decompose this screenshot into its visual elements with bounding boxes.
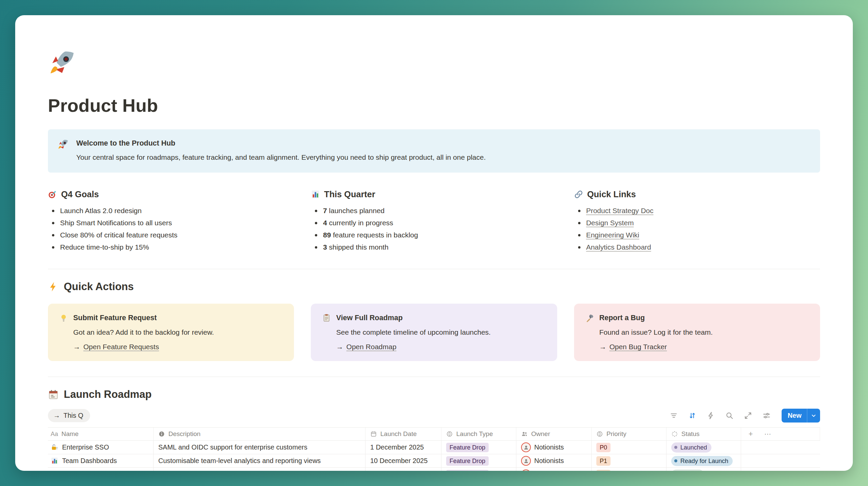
owner-cell[interactable]: Notionists [516, 454, 592, 467]
bullet-dot [52, 246, 54, 249]
add-column-button[interactable]: + [744, 430, 757, 438]
new-button-chevron[interactable] [807, 409, 820, 423]
table-body: Enterprise SSOSAML and OIDC support for … [48, 441, 820, 471]
new-button[interactable]: New [782, 409, 820, 423]
target-icon [48, 190, 57, 199]
database-toolbar: → This Q New [48, 409, 820, 428]
column-title: Quick Links [587, 189, 636, 199]
bullet-dot [315, 234, 317, 236]
card-title: Submit Feature Request [73, 314, 157, 322]
bullet-dot [52, 234, 54, 236]
table-row[interactable]: Enterprise SSOSAML and OIDC support for … [48, 441, 820, 454]
card-link[interactable]: Open Roadmap [346, 343, 396, 351]
card-link[interactable]: Open Bug Tracker [609, 343, 667, 351]
bell-icon [51, 470, 58, 471]
column-header-label: Status [681, 430, 700, 438]
launch-type-cell[interactable]: Feature Drop [441, 441, 516, 454]
bullet-list: Product Strategy DocDesign SystemEnginee… [574, 205, 820, 253]
card-link[interactable]: Open Feature Requests [83, 343, 159, 351]
expand-icon[interactable] [744, 411, 752, 420]
quick-link[interactable]: Analytics Dashboard [586, 243, 651, 251]
column-header-name[interactable]: AaName [48, 428, 154, 440]
status-label: Launched [680, 443, 707, 452]
row-name: Team Dashboards [62, 457, 117, 465]
column-header-label: Description [168, 430, 200, 438]
list-item: 3 shipped this month [311, 241, 557, 253]
priority-cell[interactable]: P1 [592, 454, 667, 467]
priority-cell[interactable]: P0 [592, 441, 667, 454]
list-item: Product Strategy Doc [574, 205, 820, 217]
description-cell[interactable]: Customisable team-level analytics and re… [154, 454, 365, 467]
column-header-label: Launch Type [456, 430, 493, 438]
owner-cell[interactable]: Notionists [516, 468, 592, 471]
callout-title: Welcome to the Product Hub [76, 138, 486, 148]
launch-type-cell[interactable]: Feature Drop [441, 454, 516, 467]
more-options-button[interactable]: ⋯ [760, 431, 776, 437]
action-card-report-a-bug[interactable]: Report a BugFound an issue? Log it for t… [574, 304, 820, 361]
status-label: Ready for Launch [680, 457, 728, 465]
quick-link[interactable]: Design System [586, 219, 634, 227]
column-header-status[interactable]: Status [667, 428, 741, 440]
bold-value: 4 [323, 219, 327, 227]
quick-link[interactable]: Product Strategy Doc [586, 207, 654, 214]
list-item: Close 80% of critical feature requests [48, 229, 294, 241]
owner-cell[interactable]: Notionists [516, 441, 592, 454]
filter-icon[interactable] [670, 411, 678, 420]
column-header-launch-date[interactable]: Launch Date [365, 428, 441, 440]
column-header-launch-type[interactable]: Launch Type [441, 428, 516, 440]
column-header-owner[interactable]: Owner [516, 428, 592, 440]
name-cell[interactable]: Enterprise SSO [48, 441, 154, 454]
bullet-dot [52, 222, 54, 224]
description-cell[interactable]: AI-powered notification preferences and … [154, 468, 365, 471]
bullet-dot [52, 210, 54, 212]
bulb-icon [59, 314, 68, 322]
action-card-submit-feature-request[interactable]: Submit Feature RequestGot an idea? Add i… [48, 304, 294, 361]
table-row[interactable]: Team DashboardsCustomisable team-level a… [48, 454, 820, 468]
launch-date-cell[interactable]: 15 December 2025 [365, 468, 441, 471]
status-cell[interactable]: Ready for Launch [667, 454, 741, 467]
automations-icon [707, 411, 715, 420]
column-header-description[interactable]: Description [154, 428, 365, 440]
launch-type-cell[interactable]: Feature Drop [441, 468, 516, 471]
priority-tag: P1 [596, 470, 611, 471]
automations-icon[interactable] [707, 411, 715, 420]
lock-icon [51, 443, 58, 451]
view-settings-icon[interactable] [762, 411, 771, 420]
description-cell[interactable]: SAML and OIDC support for enterprise cus… [154, 441, 365, 454]
avatar [521, 469, 531, 471]
sort-icon[interactable] [688, 411, 697, 420]
name-cell[interactable]: Smart Notifications [48, 468, 154, 471]
launch-date-cell[interactable]: 10 December 2025 [365, 454, 441, 467]
arrow-right-icon: → [336, 343, 343, 351]
name-cell[interactable]: Team Dashboards [48, 454, 154, 467]
column-header-label: Priority [606, 430, 626, 438]
status-cell[interactable]: Launched [667, 441, 741, 454]
column-title: Q4 Goals [61, 189, 99, 199]
priority-cell[interactable]: P1 [592, 468, 667, 471]
page-icon[interactable] [48, 49, 820, 77]
launch-type-tag: Feature Drop [446, 470, 489, 471]
status-cell[interactable]: Testing [667, 468, 741, 471]
launch-date-cell[interactable]: 1 December 2025 [365, 441, 441, 454]
bullet-list: Launch Atlas 2.0 redesignShip Smart Noti… [48, 205, 294, 253]
info-property-icon [158, 431, 165, 437]
bullet-dot [578, 210, 580, 212]
bold-value: 89 [323, 231, 331, 239]
table-row[interactable]: Smart NotificationsAI-powered notificati… [48, 468, 820, 471]
bullet-dot [315, 246, 317, 249]
search-icon[interactable] [725, 411, 734, 420]
overview-column-this-quarter: This Quarter7 launches planned4 currentl… [311, 189, 557, 253]
column-header-priority[interactable]: Priority [592, 428, 667, 440]
cal-ui-property-icon [370, 431, 377, 437]
action-card-view-full-roadmap[interactable]: View Full RoadmapSee the complete timeli… [311, 304, 557, 361]
add-column-cell: +⋯ [741, 428, 820, 440]
main-page-card: Product Hub Welcome to the Product Hub Y… [15, 15, 853, 471]
list-item: Analytics Dashboard [574, 241, 820, 253]
view-tab-this-q[interactable]: → This Q [48, 409, 90, 422]
quick-link[interactable]: Engineering Wiki [586, 231, 640, 239]
card-description: Found an issue? Log it for the team. [599, 328, 809, 337]
person-icon [523, 444, 529, 451]
launch-roadmap-heading: Launch Roadmap [48, 388, 820, 401]
column-header-label: Name [61, 430, 79, 438]
quick-actions-heading: Quick Actions [48, 281, 820, 293]
